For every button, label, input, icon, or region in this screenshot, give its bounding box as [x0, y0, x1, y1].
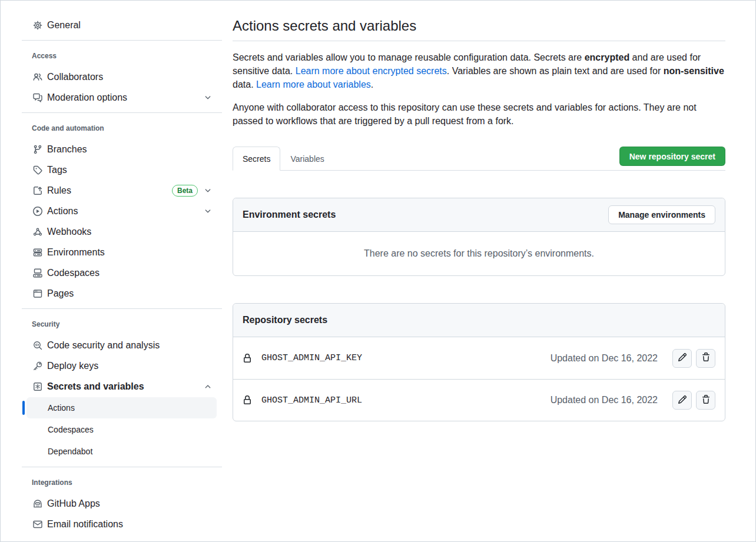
repository-secrets-list: GHOST_ADMIN_API_KEYUpdated on Dec 16, 20…: [233, 337, 725, 421]
webhook-icon: [33, 227, 42, 237]
secret-row-actions: [672, 391, 715, 410]
text-segment: Secrets and variables allow you to manag…: [233, 52, 585, 62]
sidebar-item-deploy-keys[interactable]: Deploy keys: [26, 355, 217, 376]
title-divider: [233, 41, 725, 41]
pencil-icon: [678, 395, 687, 406]
repository-settings-page: GeneralAccessCollaboratorsModeration opt…: [0, 0, 756, 542]
lock-icon: [243, 354, 252, 363]
git-branch-icon: [33, 145, 42, 154]
chevron-down-icon: [204, 94, 212, 102]
sidebar-item-moderation-options[interactable]: Moderation options: [26, 87, 217, 108]
sidebar-item-label: Code security and analysis: [47, 340, 212, 351]
chevron-up-icon: [204, 383, 212, 391]
sidebar-subitem-codespaces[interactable]: Codespaces: [26, 419, 217, 440]
play-icon: [33, 207, 42, 216]
secret-updated-label: Updated on Dec 16, 2022: [551, 353, 658, 364]
sidebar-item-label: Secrets and variables: [47, 381, 204, 392]
sidebar-item-pages[interactable]: Pages: [26, 283, 217, 304]
sidebar-item-label: Moderation options: [47, 92, 204, 103]
inline-link[interactable]: Learn more about variables: [256, 79, 371, 89]
secret-name: GHOST_ADMIN_API_KEY: [261, 353, 362, 363]
mail-icon: [33, 520, 42, 529]
sidebar-item-webhooks[interactable]: Webhooks: [26, 221, 217, 242]
sidebar-item-collaborators[interactable]: Collaborators: [26, 66, 217, 87]
beta-badge: Beta: [172, 185, 198, 197]
text-segment: Anyone with collaborator access to this …: [233, 102, 697, 126]
delete-secret-button[interactable]: [696, 349, 715, 368]
server-icon: [33, 248, 42, 257]
sidebar-item-code-security-and-analysis[interactable]: Code security and analysis: [26, 335, 217, 355]
rules-icon: [33, 186, 42, 195]
delete-secret-button[interactable]: [696, 391, 715, 410]
sidebar-item-environments[interactable]: Environments: [26, 242, 217, 262]
codespaces-icon: [33, 268, 42, 278]
chevron-down-icon: [204, 207, 212, 215]
intro-text: Secrets and variables allow you to manag…: [233, 51, 725, 128]
bold-text: encrypted: [585, 52, 629, 62]
intro-paragraph: Anyone with collaborator access to this …: [233, 101, 725, 128]
sidebar-item-label: Collaborators: [47, 72, 212, 82]
intro-paragraph: Secrets and variables allow you to manag…: [233, 51, 725, 91]
sidebar-item-label: Actions: [47, 206, 204, 217]
main-content: Actions secrets and variables Secrets an…: [222, 1, 755, 541]
repository-secrets-header: Repository secrets: [233, 304, 725, 337]
sidebar-item-rules[interactable]: RulesBeta: [26, 180, 217, 201]
tab-secrets[interactable]: Secrets: [233, 147, 280, 171]
sidebar-item-label: Environments: [47, 247, 212, 258]
trash-icon: [701, 353, 711, 364]
edit-secret-button[interactable]: [672, 349, 692, 368]
inline-link[interactable]: Learn more about encrypted secrets: [296, 66, 447, 76]
sidebar-section-heading-access: Access: [22, 45, 222, 66]
text-segment: data.: [233, 79, 256, 89]
sidebar-item-email-notifications[interactable]: Email notifications: [26, 514, 217, 534]
secret-row-actions: [672, 349, 715, 368]
sidebar-item-label: Webhooks: [47, 227, 212, 237]
sidebar-item-general[interactable]: General: [26, 15, 217, 35]
secret-row: GHOST_ADMIN_API_URLUpdated on Dec 16, 20…: [233, 379, 725, 421]
sidebar-item-secrets-and-variables[interactable]: Secrets and variables: [26, 376, 217, 397]
sidebar-item-github-apps[interactable]: GitHub Apps: [26, 493, 217, 514]
sidebar-section-heading-integrations: Integrations: [22, 472, 222, 493]
tabnav: SecretsVariables New repository secret: [233, 147, 725, 171]
sidebar-item-codespaces[interactable]: Codespaces: [26, 262, 217, 283]
sidebar-item-label: Email notifications: [47, 519, 212, 530]
settings-sidebar: GeneralAccessCollaboratorsModeration opt…: [1, 1, 222, 541]
secret-updated-label: Updated on Dec 16, 2022: [551, 395, 658, 405]
repository-secrets-box: Repository secrets GHOST_ADMIN_API_KEYUp…: [233, 303, 725, 421]
environment-secrets-box: Environment secrets Manage environments …: [233, 198, 725, 276]
browser-icon: [33, 289, 42, 298]
sidebar-section-heading-code-and-automation: Code and automation: [22, 118, 222, 139]
sidebar-item-actions[interactable]: Actions: [26, 201, 217, 221]
text-segment: . Variables are shown as plain text and …: [447, 66, 664, 76]
secret-name: GHOST_ADMIN_API_URL: [261, 395, 362, 405]
sidebar-subitem-dependabot[interactable]: Dependabot: [26, 441, 217, 462]
tab-variables[interactable]: Variables: [280, 147, 334, 171]
text-segment: .: [371, 79, 373, 89]
gear-icon: [33, 21, 42, 30]
environment-secrets-title: Environment secrets: [243, 205, 336, 224]
sidebar-subitem-actions[interactable]: Actions: [26, 397, 217, 418]
hubot-icon: [33, 499, 42, 508]
sidebar-item-label: General: [47, 20, 212, 31]
people-icon: [33, 72, 42, 82]
lock-icon: [243, 395, 252, 405]
sidebar-item-label: GitHub Apps: [47, 498, 212, 509]
sidebar-item-tags[interactable]: Tags: [26, 159, 217, 180]
kv-icon: [33, 382, 42, 391]
bold-text: non-sensitive: [664, 66, 724, 76]
sidebar-item-label: Tags: [47, 165, 212, 175]
environment-secrets-empty-message: There are no secrets for this repository…: [233, 232, 725, 275]
tag-icon: [33, 165, 42, 175]
sidebar-item-label: Deploy keys: [47, 361, 212, 371]
sidebar-item-branches[interactable]: Branches: [26, 139, 217, 159]
edit-secret-button[interactable]: [672, 391, 692, 410]
manage-environments-button[interactable]: Manage environments: [608, 205, 715, 224]
key-icon: [33, 361, 42, 371]
chevron-down-icon: [204, 187, 212, 195]
sidebar-item-label: Codespaces: [47, 268, 212, 278]
repository-secrets-title: Repository secrets: [243, 311, 327, 330]
sidebar-divider: [22, 308, 222, 309]
trash-icon: [701, 395, 711, 406]
sidebar-divider: [22, 40, 222, 41]
new-repository-secret-button[interactable]: New repository secret: [619, 147, 725, 166]
